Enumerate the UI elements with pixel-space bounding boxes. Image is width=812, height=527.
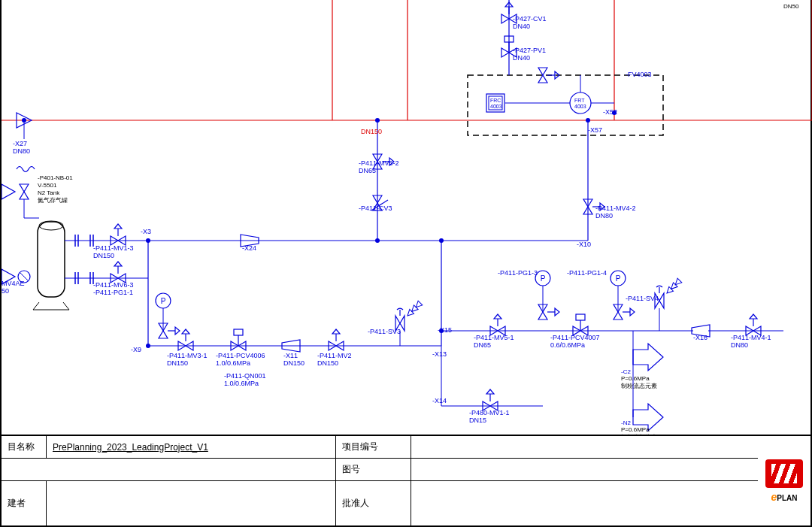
- tb-drawing-label: 图号: [336, 459, 411, 480]
- company-logo-icon: [765, 459, 803, 488]
- svg-point-41: [22, 118, 26, 123]
- title-block: 目名称 PrePlanning_2023_LeadingProject_V1 项…: [0, 435, 812, 527]
- tag-pg1-4: -P411-PG1-4: [567, 269, 607, 277]
- tag-fv4003: -FV4003: [626, 71, 652, 78]
- tag-x3: -X3: [141, 228, 151, 235]
- tb-creator-label: 建者: [2, 481, 47, 525]
- tag-x11: -X11DN150: [283, 352, 304, 367]
- tag-x52: -X52: [603, 108, 617, 116]
- tag-sv4: -P411-SV4: [626, 295, 659, 302]
- tag-cv3: -P411-CV3: [359, 204, 392, 212]
- svg-point-43: [375, 118, 380, 123]
- tag-pcv4007: -P411-PCV40070.6/0.6MPa: [550, 334, 600, 349]
- tb-approver-label: 批准人: [336, 481, 411, 525]
- tag-pg1-3: -P411-PG1-3: [498, 269, 538, 277]
- eplan-logo: ePLAN: [771, 491, 797, 503]
- tag-frt4003: FRT4003: [574, 98, 586, 110]
- pid-canvas[interactable]: P: [0, 0, 812, 435]
- tag-mv4-1: -P411-MV4-1DN80: [731, 334, 771, 349]
- tag-mv3-1: -P411-MV3-1DN150: [167, 352, 208, 367]
- tag-x57: -X57: [588, 126, 602, 134]
- tag-dn150: DN150: [361, 128, 382, 135]
- tag-x10: -X10: [577, 241, 591, 248]
- tag-mv1-3: -P411-MV1-3DN150: [93, 244, 134, 259]
- tag-x9: -X9: [131, 346, 141, 353]
- tag-sv3: -P411-SV3: [368, 328, 401, 335]
- tb-project-name-label: 目名称: [2, 436, 47, 458]
- tag-mv5-1: -P411-MV5-1DN65: [474, 334, 514, 349]
- tag-mv5-2: -P411-MV5-2DN65: [359, 159, 399, 174]
- logo-cell: ePLAN: [758, 436, 810, 525]
- tb-project-num-label: 项目编号: [336, 436, 411, 458]
- tag-tank: -P401-NB-01V-5501N2 Tank氮气存气罐: [38, 174, 73, 204]
- svg-rect-23: [38, 222, 65, 297]
- tag-pcv4006: -P411-PCV40061.0/0.6MPa: [216, 352, 265, 367]
- tag-mv4-2: -P411-MV4-2DN80: [595, 204, 636, 220]
- svg-point-51: [439, 238, 444, 243]
- svg-point-24: [39, 221, 63, 230]
- tag-x13: -X13: [432, 350, 447, 358]
- svg-point-47: [586, 118, 590, 123]
- tag-frc4003: FRC4003: [490, 98, 502, 110]
- tag-x27: -X27DN80: [13, 140, 30, 155]
- tag-x15: -X15: [438, 326, 452, 334]
- tag-x14: -X14: [432, 397, 447, 404]
- tag-mv4ae: MV4AE50: [2, 280, 25, 295]
- svg-marker-30: [2, 184, 15, 199]
- tag-qn001: -P411-QN0011.0/0.6MPa: [224, 372, 266, 387]
- tb-project-num: [411, 436, 810, 458]
- tag-p427-pv1: -P427-PV1DN40: [513, 47, 546, 62]
- pid-svg: P: [2, 0, 812, 435]
- svg-line-25: [33, 302, 39, 310]
- tag-mv2: -P411-MV2DN150: [317, 352, 352, 367]
- tag-c2: -C2P=0.6MPa制粉流态元素: [621, 368, 657, 390]
- tag-p427-cv1: -P427-CV1DN40: [513, 15, 547, 30]
- tb-project-name: PrePlanning_2023_LeadingProject_V1: [47, 436, 336, 458]
- svg-line-26: [63, 302, 69, 310]
- tag-p480: -P480-MV1-1DN15: [469, 409, 510, 424]
- tag-mv6-3: -P411-MV6-3-P411-PG1-1: [93, 281, 134, 296]
- tag-x24: -X24: [242, 244, 256, 252]
- tag-x16: -X16: [693, 334, 707, 341]
- tag-dn50-r: DN50: [783, 3, 798, 10]
- svg-point-45: [375, 238, 380, 243]
